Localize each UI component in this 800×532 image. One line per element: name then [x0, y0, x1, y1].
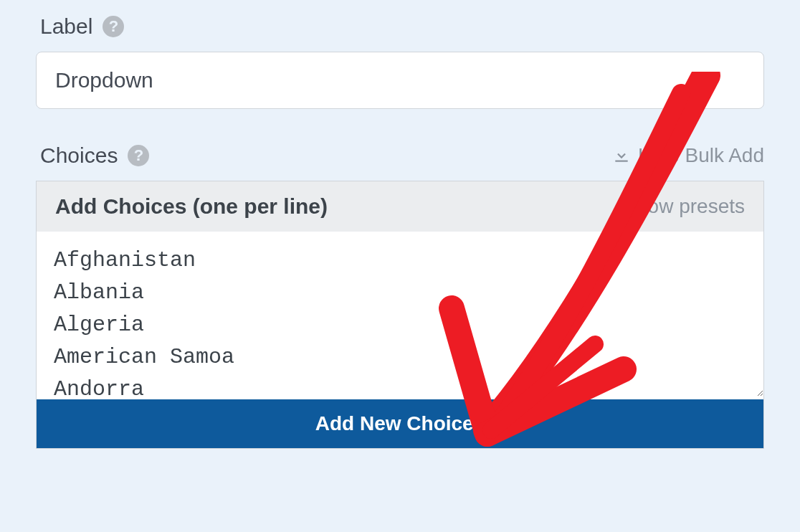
- choices-textarea[interactable]: [37, 232, 763, 396]
- choices-box-header: Add Choices (one per line) Show presets: [37, 181, 763, 232]
- add-new-choices-button[interactable]: Add New Choices: [37, 399, 763, 448]
- choices-box: Add Choices (one per line) Show presets …: [36, 181, 764, 449]
- label-input[interactable]: [36, 52, 764, 109]
- help-icon[interactable]: ?: [128, 145, 149, 166]
- download-icon: [612, 146, 631, 165]
- show-presets-link[interactable]: Show presets: [623, 195, 745, 218]
- label-field-header: Label ?: [36, 14, 764, 39]
- choices-title: Choices: [40, 143, 118, 168]
- label-field-title: Label: [40, 14, 92, 39]
- hide-bulk-add-label: Hide Bulk Add: [638, 144, 764, 167]
- hide-bulk-add-toggle[interactable]: Hide Bulk Add: [612, 144, 764, 167]
- help-icon[interactable]: ?: [103, 16, 124, 37]
- choices-title-wrap: Choices ?: [40, 143, 149, 168]
- choices-box-title: Add Choices (one per line): [55, 194, 328, 219]
- choices-header: Choices ? Hide Bulk Add: [36, 143, 764, 168]
